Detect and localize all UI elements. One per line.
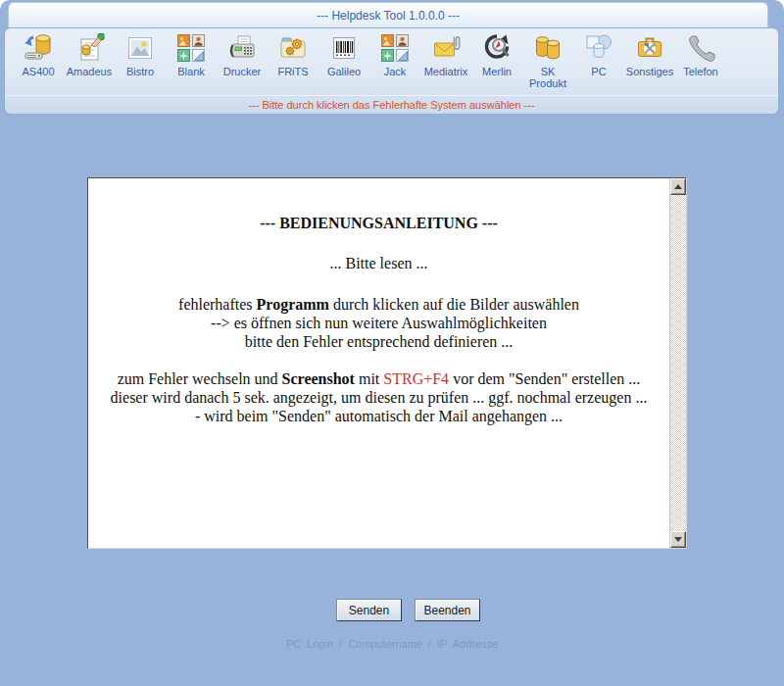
toolbar-item-label: Telefon: [683, 66, 717, 77]
toolbar-item-label: SK Produkt: [522, 66, 573, 89]
toolbar-item-merlin[interactable]: Merlin: [471, 32, 522, 77]
scrollbar-track[interactable]: [670, 195, 686, 531]
toolbar-item-galileo[interactable]: Galileo: [318, 32, 369, 77]
system-select-instruction: --- Bitte durch klicken das Fehlerhafte …: [5, 95, 778, 114]
toolbar-item-label: Merlin: [482, 66, 512, 77]
arrow-up-icon: [674, 184, 682, 189]
title-bar[interactable]: --- Helpdesk Tool 1.0.0.0 ---: [8, 2, 768, 27]
manual-line: dieser wird danach 5 sek. angezeigt, um …: [88, 388, 669, 407]
galileo-icon: [328, 32, 360, 64]
toolbar-item-label: Bistro: [126, 66, 154, 77]
scroll-up-button[interactable]: [670, 178, 686, 195]
footer-info: PC Login / Computername / IP Addresse: [0, 638, 784, 650]
manual-heading: --- BEDIENUNGSANLEITUNG ---: [88, 178, 669, 232]
window-title: --- Helpdesk Tool 1.0.0.0 ---: [317, 9, 460, 23]
toolbar: AS400 Amadeus Bistro Blank: [5, 28, 778, 95]
manual-subheading: ... Bitte lesen ...: [88, 254, 669, 272]
toolbar-item-label: AS400: [22, 66, 54, 77]
mediatrix-icon: [430, 32, 462, 64]
sk-produkt-icon: [532, 32, 564, 64]
scroll-down-button[interactable]: [670, 531, 686, 548]
toolbar-item-label: Amadeus: [67, 66, 112, 77]
toolbar-item-jack[interactable]: Jack: [369, 32, 420, 77]
manual-paragraph: zum Fehler wechseln und Screenshot mit S…: [88, 369, 669, 425]
telefon-icon: [685, 32, 716, 64]
toolbar-item-sonstiges[interactable]: Sonstiges: [624, 32, 675, 77]
blank-icon: [175, 32, 207, 64]
toolbar-item-as400[interactable]: AS400: [13, 32, 64, 77]
manual-box: --- BEDIENUNGSANLEITUNG --- ... Bitte le…: [87, 177, 687, 549]
toolbar-item-amadeus[interactable]: Amadeus: [64, 32, 115, 77]
toolbar-item-label: Mediatrix: [424, 66, 468, 77]
arrow-down-icon: [674, 537, 682, 542]
toolbar-item-frits[interactable]: FRiTS: [268, 32, 318, 77]
manual-paragraph: fehlerhaftes Programm durch klicken auf …: [88, 295, 669, 351]
toolbar-item-label: PC: [591, 66, 606, 77]
toolbar-item-pc[interactable]: PC: [573, 32, 624, 77]
jack-icon: [379, 32, 411, 64]
toolbar-item-blank[interactable]: Blank: [166, 32, 217, 77]
toolbar-item-telefon[interactable]: Telefon: [675, 32, 726, 77]
pc-icon: [583, 32, 614, 64]
manual-line: zum Fehler wechseln und Screenshot mit S…: [88, 369, 669, 388]
toolbar-item-label: FRiTS: [277, 66, 308, 77]
manual-line: - wird beim "Senden" automatisch der Mai…: [88, 407, 669, 425]
frits-icon: [277, 32, 309, 64]
toolbar-item-label: Blank: [177, 66, 205, 77]
toolbar-item-sk-produkt[interactable]: SK Produkt: [522, 32, 573, 89]
merlin-icon: [481, 32, 513, 64]
manual-line: bitte den Fehler entsprechend definieren…: [88, 332, 669, 351]
toolbar-item-label: Sonstiges: [626, 66, 673, 77]
beenden-button[interactable]: Beenden: [415, 599, 480, 621]
manual-line: fehlerhaftes Programm durch klicken auf …: [88, 295, 669, 314]
toolbar-item-bistro[interactable]: Bistro: [115, 32, 166, 77]
manual-content: --- BEDIENUNGSANLEITUNG --- ... Bitte le…: [88, 178, 669, 548]
manual-text-segment: Screenshot: [282, 370, 355, 387]
manual-text-segment: STRG+F4: [383, 370, 449, 387]
senden-button[interactable]: Senden: [336, 599, 402, 621]
sonstiges-icon: [634, 32, 665, 64]
drucker-icon: [226, 32, 258, 64]
toolbar-item-drucker[interactable]: Drucker: [217, 32, 268, 77]
toolbar-item-label: Drucker: [223, 66, 262, 77]
bistro-icon: [124, 32, 156, 64]
manual-text-segment: Programm: [257, 296, 329, 313]
app-background: --- Helpdesk Tool 1.0.0.0 --- AS400 Amad…: [0, 0, 784, 686]
manual-paragraphs: fehlerhaftes Programm durch klicken auf …: [88, 295, 669, 425]
toolbar-item-label: Jack: [384, 66, 407, 77]
toolbar-item-mediatrix[interactable]: Mediatrix: [420, 32, 471, 77]
manual-scrollbar[interactable]: [669, 178, 686, 548]
as400-icon: [23, 32, 54, 64]
amadeus-icon: [74, 32, 105, 64]
toolbar-panel: AS400 Amadeus Bistro Blank: [4, 27, 779, 115]
toolbar-item-label: Galileo: [327, 66, 361, 77]
manual-line: --> es öffnen sich nun weitere Auswahlmö…: [88, 314, 669, 332]
